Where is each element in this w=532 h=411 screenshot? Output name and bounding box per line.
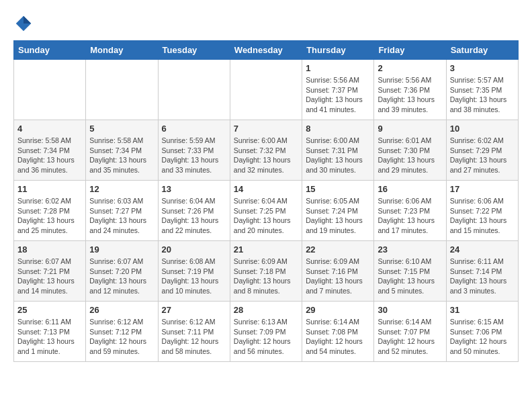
calendar-cell: 14Sunrise: 6:04 AMSunset: 7:25 PMDayligh…: [230, 181, 302, 241]
day-number: 1: [306, 63, 370, 73]
day-info: Sunrise: 6:12 AMSunset: 7:12 PMDaylight:…: [89, 317, 154, 357]
calendar-cell: 1Sunrise: 5:56 AMSunset: 7:37 PMDaylight…: [302, 60, 374, 120]
day-info: Sunrise: 5:59 AMSunset: 7:33 PMDaylight:…: [162, 136, 226, 175]
day-info: Sunrise: 6:06 AMSunset: 7:23 PMDaylight:…: [378, 196, 442, 236]
calendar-cell: 25Sunrise: 6:11 AMSunset: 7:13 PMDayligh…: [14, 302, 86, 362]
day-number: 9: [378, 124, 442, 134]
calendar-cell: 16Sunrise: 6:06 AMSunset: 7:23 PMDayligh…: [374, 181, 446, 241]
day-number: 20: [162, 244, 226, 255]
day-info: Sunrise: 5:58 AMSunset: 7:34 PMDaylight:…: [89, 136, 154, 175]
calendar-cell: 24Sunrise: 6:11 AMSunset: 7:14 PMDayligh…: [446, 241, 518, 302]
day-info: Sunrise: 5:56 AMSunset: 7:37 PMDaylight:…: [306, 75, 370, 115]
day-info: Sunrise: 6:08 AMSunset: 7:19 PMDaylight:…: [162, 257, 226, 296]
day-info: Sunrise: 6:03 AMSunset: 7:27 PMDaylight:…: [89, 196, 154, 236]
day-number: 31: [450, 305, 515, 315]
calendar-cell: 13Sunrise: 6:04 AMSunset: 7:26 PMDayligh…: [158, 181, 230, 241]
day-number: 8: [306, 124, 370, 134]
calendar-cell: 10Sunrise: 6:02 AMSunset: 7:29 PMDayligh…: [446, 120, 518, 181]
day-info: Sunrise: 6:00 AMSunset: 7:32 PMDaylight:…: [234, 136, 298, 175]
calendar-cell: 20Sunrise: 6:08 AMSunset: 7:19 PMDayligh…: [158, 241, 230, 302]
day-number: 27: [162, 305, 226, 315]
calendar-cell: 21Sunrise: 6:09 AMSunset: 7:18 PMDayligh…: [230, 241, 302, 302]
day-info: Sunrise: 6:04 AMSunset: 7:26 PMDaylight:…: [162, 196, 226, 236]
day-header-saturday: Saturday: [446, 41, 518, 60]
day-number: 12: [89, 184, 154, 194]
day-info: Sunrise: 6:00 AMSunset: 7:31 PMDaylight:…: [306, 136, 370, 175]
day-number: 6: [162, 124, 226, 134]
calendar-cell: 31Sunrise: 6:15 AMSunset: 7:06 PMDayligh…: [446, 302, 518, 362]
day-info: Sunrise: 6:05 AMSunset: 7:24 PMDaylight:…: [306, 196, 370, 236]
calendar-cell: 3Sunrise: 5:57 AMSunset: 7:35 PMDaylight…: [446, 60, 518, 120]
logo: [13, 13, 35, 34]
day-number: 7: [234, 124, 298, 134]
day-number: 4: [17, 124, 82, 134]
day-info: Sunrise: 6:04 AMSunset: 7:25 PMDaylight:…: [234, 196, 298, 236]
day-number: 3: [450, 63, 515, 73]
calendar-cell: 29Sunrise: 6:14 AMSunset: 7:08 PMDayligh…: [302, 302, 374, 362]
day-number: 30: [378, 305, 442, 315]
day-info: Sunrise: 6:14 AMSunset: 7:08 PMDaylight:…: [306, 317, 370, 357]
calendar-cell: 22Sunrise: 6:09 AMSunset: 7:16 PMDayligh…: [302, 241, 374, 302]
calendar-cell: 28Sunrise: 6:13 AMSunset: 7:09 PMDayligh…: [230, 302, 302, 362]
day-number: 22: [306, 244, 370, 255]
day-info: Sunrise: 6:02 AMSunset: 7:29 PMDaylight:…: [450, 136, 515, 175]
calendar-cell: 26Sunrise: 6:12 AMSunset: 7:12 PMDayligh…: [86, 302, 158, 362]
calendar-cell: 30Sunrise: 6:14 AMSunset: 7:07 PMDayligh…: [374, 302, 446, 362]
calendar-cell: 8Sunrise: 6:00 AMSunset: 7:31 PMDaylight…: [302, 120, 374, 181]
day-number: 15: [306, 184, 370, 194]
day-number: 17: [450, 184, 515, 194]
calendar-week-row: 18Sunrise: 6:07 AMSunset: 7:21 PMDayligh…: [14, 241, 519, 302]
day-header-tuesday: Tuesday: [158, 41, 230, 60]
calendar-week-row: 4Sunrise: 5:58 AMSunset: 7:34 PMDaylight…: [14, 120, 519, 181]
logo-icon: [13, 13, 34, 34]
calendar-cell: 7Sunrise: 6:00 AMSunset: 7:32 PMDaylight…: [230, 120, 302, 181]
calendar-cell: 23Sunrise: 6:10 AMSunset: 7:15 PMDayligh…: [374, 241, 446, 302]
day-number: 23: [378, 244, 442, 255]
day-number: 16: [378, 184, 442, 194]
calendar-cell: [14, 60, 86, 120]
day-number: 21: [234, 244, 298, 255]
calendar-cell: 9Sunrise: 6:01 AMSunset: 7:30 PMDaylight…: [374, 120, 446, 181]
calendar-week-row: 11Sunrise: 6:02 AMSunset: 7:28 PMDayligh…: [14, 181, 519, 241]
day-number: 25: [17, 305, 82, 315]
day-number: 24: [450, 244, 515, 255]
day-number: 14: [234, 184, 298, 194]
day-number: 18: [17, 244, 82, 255]
day-header-thursday: Thursday: [302, 41, 374, 60]
calendar-cell: 19Sunrise: 6:07 AMSunset: 7:20 PMDayligh…: [86, 241, 158, 302]
day-info: Sunrise: 6:14 AMSunset: 7:07 PMDaylight:…: [378, 317, 442, 357]
day-number: 26: [89, 305, 154, 315]
day-info: Sunrise: 6:09 AMSunset: 7:18 PMDaylight:…: [234, 257, 298, 296]
day-header-monday: Monday: [86, 41, 158, 60]
calendar-table: SundayMondayTuesdayWednesdayThursdayFrid…: [13, 40, 519, 362]
calendar-cell: 2Sunrise: 5:56 AMSunset: 7:36 PMDaylight…: [374, 60, 446, 120]
day-number: 5: [89, 124, 154, 134]
day-header-friday: Friday: [374, 41, 446, 60]
day-number: 19: [89, 244, 154, 255]
svg-marker-1: [24, 16, 31, 24]
day-header-wednesday: Wednesday: [230, 41, 302, 60]
calendar-cell: 27Sunrise: 6:12 AMSunset: 7:11 PMDayligh…: [158, 302, 230, 362]
calendar-cell: 5Sunrise: 5:58 AMSunset: 7:34 PMDaylight…: [86, 120, 158, 181]
day-info: Sunrise: 5:56 AMSunset: 7:36 PMDaylight:…: [378, 75, 442, 115]
day-info: Sunrise: 6:07 AMSunset: 7:21 PMDaylight:…: [17, 257, 82, 296]
day-info: Sunrise: 6:02 AMSunset: 7:28 PMDaylight:…: [17, 196, 82, 236]
day-info: Sunrise: 5:58 AMSunset: 7:34 PMDaylight:…: [17, 136, 82, 175]
page-header: [13, 13, 519, 34]
day-info: Sunrise: 6:13 AMSunset: 7:09 PMDaylight:…: [234, 317, 298, 357]
calendar-cell: 18Sunrise: 6:07 AMSunset: 7:21 PMDayligh…: [14, 241, 86, 302]
calendar-cell: 17Sunrise: 6:06 AMSunset: 7:22 PMDayligh…: [446, 181, 518, 241]
calendar-cell: 6Sunrise: 5:59 AMSunset: 7:33 PMDaylight…: [158, 120, 230, 181]
calendar-cell: 4Sunrise: 5:58 AMSunset: 7:34 PMDaylight…: [14, 120, 86, 181]
calendar-week-row: 1Sunrise: 5:56 AMSunset: 7:37 PMDaylight…: [14, 60, 519, 120]
calendar-cell: 12Sunrise: 6:03 AMSunset: 7:27 PMDayligh…: [86, 181, 158, 241]
day-number: 11: [17, 184, 82, 194]
day-header-sunday: Sunday: [14, 41, 86, 60]
day-info: Sunrise: 6:11 AMSunset: 7:13 PMDaylight:…: [17, 317, 82, 357]
day-number: 10: [450, 124, 515, 134]
day-info: Sunrise: 6:12 AMSunset: 7:11 PMDaylight:…: [162, 317, 226, 357]
calendar-week-row: 25Sunrise: 6:11 AMSunset: 7:13 PMDayligh…: [14, 302, 519, 362]
day-info: Sunrise: 6:10 AMSunset: 7:15 PMDaylight:…: [378, 257, 442, 296]
day-info: Sunrise: 6:15 AMSunset: 7:06 PMDaylight:…: [450, 317, 515, 357]
calendar-header-row: SundayMondayTuesdayWednesdayThursdayFrid…: [14, 41, 519, 60]
